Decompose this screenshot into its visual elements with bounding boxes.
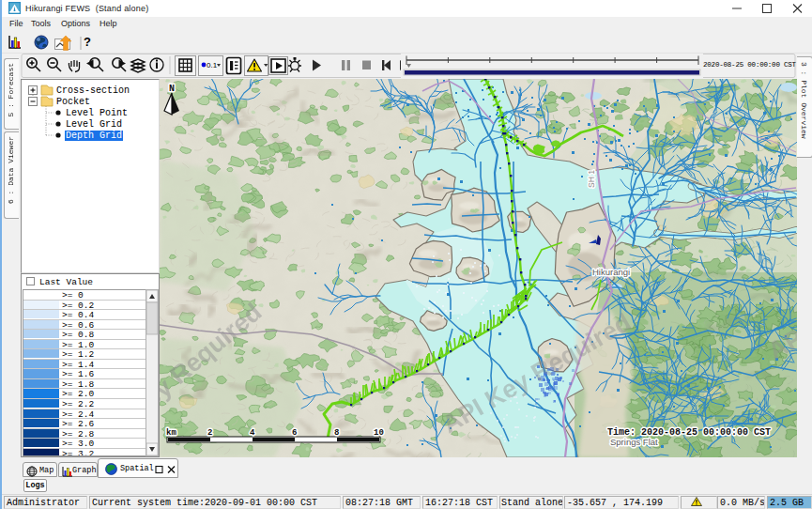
svg-text:2: 2 bbox=[207, 428, 212, 438]
svg-text:6: 6 bbox=[292, 428, 297, 438]
svg-text:Time: 2020-08-25 00:00:00 CST: Time: 2020-08-25 00:00:00 CST bbox=[607, 427, 771, 438]
svg-text:Hikurangi: Hikurangi bbox=[592, 267, 630, 277]
svg-text:Springs Flat: Springs Flat bbox=[610, 437, 658, 447]
svg-text:SH 1: SH 1 bbox=[587, 170, 596, 188]
svg-text:km: km bbox=[166, 428, 176, 438]
svg-text:0.1: 0.1 bbox=[207, 61, 218, 69]
svg-text:4: 4 bbox=[250, 428, 255, 438]
svg-text:N: N bbox=[169, 84, 175, 94]
svg-text:8: 8 bbox=[334, 428, 339, 438]
svg-text:10: 10 bbox=[374, 428, 384, 438]
